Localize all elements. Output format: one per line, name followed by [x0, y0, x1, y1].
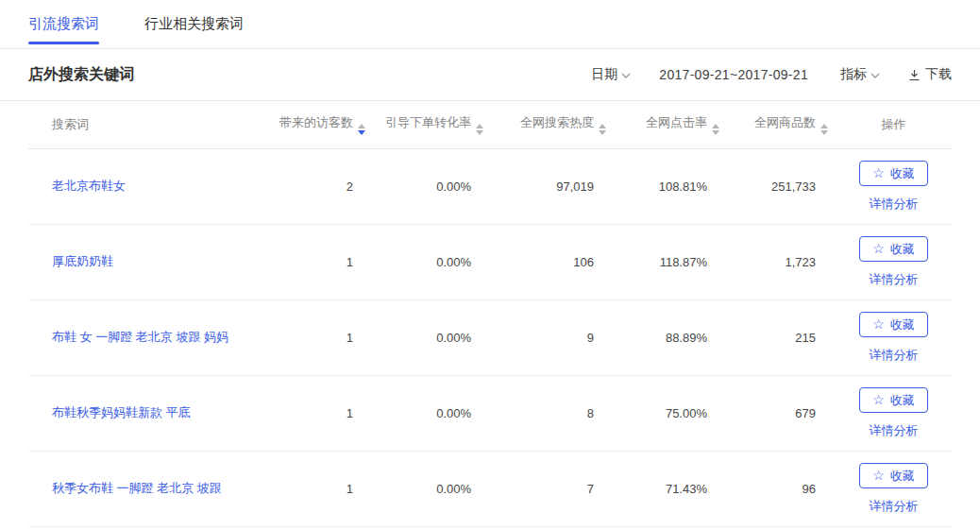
metrics-dropdown[interactable]: 指标: [840, 66, 880, 83]
column-header-conversion[interactable]: 引导下单转化率: [373, 101, 491, 148]
products-cell: 96: [727, 451, 836, 526]
header-controls: 日期 2017-09-21~2017-09-21 指标 下载: [591, 66, 952, 83]
favorite-button[interactable]: ☆ 收藏: [859, 387, 928, 413]
favorite-button[interactable]: ☆ 收藏: [859, 463, 928, 488]
sort-icon[interactable]: [358, 124, 365, 135]
visitors-cell: 2: [264, 148, 373, 224]
ctr-cell: 88.89%: [614, 299, 727, 375]
star-icon: ☆: [872, 166, 885, 180]
star-icon: ☆: [872, 242, 885, 255]
favorite-label: 收藏: [890, 165, 915, 181]
keywords-table: 搜索词 带来的访客数 引导下单转化率 全网搜索热度 全网点击率 全网商品数 操作…: [28, 101, 952, 527]
sort-icon[interactable]: [599, 124, 606, 135]
star-icon: ☆: [872, 393, 885, 406]
favorite-button[interactable]: ☆ 收藏: [859, 236, 928, 262]
visitors-cell: 1: [264, 375, 373, 451]
star-icon: ☆: [872, 469, 885, 482]
metrics-dropdown-label: 指标: [840, 66, 867, 83]
tab-bar: 引流搜索词 行业相关搜索词: [0, 0, 980, 49]
visitors-cell: 1: [264, 451, 373, 526]
sort-icon[interactable]: [820, 124, 828, 135]
date-range[interactable]: 2017-09-21~2017-09-21: [659, 67, 808, 82]
conversion-cell: 0.00%: [373, 299, 491, 375]
section-header: 店外搜索关键词 日期 2017-09-21~2017-09-21 指标 下载: [0, 49, 980, 101]
actions-cell: ☆ 收藏 详情分析: [836, 463, 951, 515]
products-cell: 679: [727, 375, 836, 451]
conversion-cell: 0.00%: [373, 148, 491, 224]
table-row: 秋季女布鞋 一脚蹬 老北京 坡跟 1 0.00% 7 71.43% 96 ☆ 收…: [28, 451, 952, 526]
detail-analysis-link[interactable]: 详情分析: [870, 498, 919, 515]
favorite-label: 收藏: [890, 392, 915, 408]
download-button[interactable]: 下载: [908, 66, 952, 83]
products-cell: 215: [727, 299, 836, 375]
favorite-button[interactable]: ☆ 收藏: [859, 312, 928, 337]
sort-icon[interactable]: [712, 124, 719, 135]
table-body: 老北京布鞋女 2 0.00% 97,019 108.81% 251,733 ☆ …: [28, 148, 952, 526]
conversion-cell: 0.00%: [373, 451, 491, 526]
column-header-ctr[interactable]: 全网点击率: [614, 101, 727, 148]
search-heat-cell: 97,019: [491, 148, 614, 224]
favorite-label: 收藏: [890, 241, 915, 257]
favorite-label: 收藏: [890, 316, 915, 333]
actions-cell: ☆ 收藏 详情分析: [836, 236, 951, 288]
keyword-link[interactable]: 秋季女布鞋 一脚蹬 老北京 坡跟: [52, 481, 222, 495]
keyword-link[interactable]: 布鞋秋季妈妈鞋新款 平底: [52, 405, 191, 419]
column-header-search-heat[interactable]: 全网搜索热度: [491, 101, 614, 148]
column-header-visitors[interactable]: 带来的访客数: [264, 101, 373, 148]
table-row: 厚底奶奶鞋 1 0.00% 106 118.87% 1,723 ☆ 收藏 详情分…: [28, 224, 952, 299]
chevron-down-icon: [621, 73, 631, 78]
date-dropdown[interactable]: 日期: [591, 66, 631, 83]
detail-analysis-link[interactable]: 详情分析: [870, 196, 919, 213]
sort-icon[interactable]: [476, 124, 483, 135]
actions-cell: ☆ 收藏 详情分析: [836, 161, 951, 213]
table-header-row: 搜索词 带来的访客数 引导下单转化率 全网搜索热度 全网点击率 全网商品数 操作: [28, 101, 952, 148]
actions-cell: ☆ 收藏 详情分析: [836, 387, 951, 439]
conversion-cell: 0.00%: [373, 224, 491, 299]
keyword-link[interactable]: 布鞋 女 一脚蹬 老北京 坡跟 妈妈: [52, 330, 228, 344]
detail-analysis-link[interactable]: 详情分析: [870, 347, 919, 364]
download-icon: [908, 69, 921, 81]
table-row: 布鞋秋季妈妈鞋新款 平底 1 0.00% 8 75.00% 679 ☆ 收藏 详…: [28, 375, 952, 451]
products-cell: 1,723: [727, 224, 836, 299]
chevron-down-icon: [870, 73, 880, 78]
date-dropdown-label: 日期: [591, 66, 617, 83]
search-heat-cell: 7: [491, 451, 614, 526]
ctr-cell: 71.43%: [614, 451, 727, 526]
tab-traffic-keywords[interactable]: 引流搜索词: [28, 0, 99, 48]
search-heat-cell: 8: [491, 375, 614, 451]
favorite-label: 收藏: [890, 468, 915, 484]
keyword-link[interactable]: 厚底奶奶鞋: [52, 254, 113, 268]
search-heat-cell: 9: [491, 299, 614, 375]
products-cell: 251,733: [727, 148, 836, 224]
visitors-cell: 1: [264, 299, 373, 375]
column-header-keyword: 搜索词: [28, 101, 264, 148]
keyword-link[interactable]: 老北京布鞋女: [52, 179, 126, 193]
download-label: 下载: [925, 66, 952, 83]
tab-industry-keywords[interactable]: 行业相关搜索词: [144, 0, 244, 48]
search-heat-cell: 106: [491, 224, 614, 299]
actions-cell: ☆ 收藏 详情分析: [836, 312, 951, 364]
table-row: 老北京布鞋女 2 0.00% 97,019 108.81% 251,733 ☆ …: [28, 148, 952, 224]
favorite-button[interactable]: ☆ 收藏: [859, 161, 928, 186]
detail-analysis-link[interactable]: 详情分析: [870, 271, 919, 288]
ctr-cell: 118.87%: [614, 224, 727, 299]
page-title: 店外搜索关键词: [28, 65, 134, 85]
column-header-products[interactable]: 全网商品数: [727, 101, 836, 148]
visitors-cell: 1: [264, 224, 373, 299]
column-header-actions: 操作: [836, 101, 952, 148]
detail-analysis-link[interactable]: 详情分析: [870, 422, 919, 439]
ctr-cell: 108.81%: [614, 148, 727, 224]
conversion-cell: 0.00%: [373, 375, 491, 451]
ctr-cell: 75.00%: [614, 375, 727, 451]
table-row: 布鞋 女 一脚蹬 老北京 坡跟 妈妈 1 0.00% 9 88.89% 215 …: [28, 299, 952, 375]
star-icon: ☆: [872, 317, 885, 331]
